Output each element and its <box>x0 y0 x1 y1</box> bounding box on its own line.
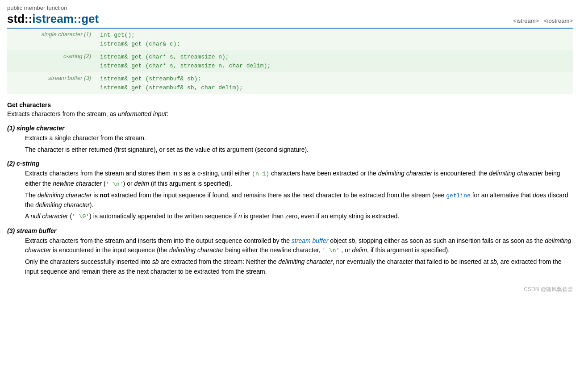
subsection-3: (3) stream buffer Extracts characters fr… <box>7 227 573 277</box>
sig-label-1: single character (1) <box>7 29 96 50</box>
subsection-header-3: (3) stream buffer <box>7 227 573 234</box>
sub2-para3: A null character (' \0') is automaticall… <box>25 212 573 221</box>
sub2-para1: Extracts characters from the stream and … <box>25 169 573 188</box>
signature-table: single character (1) int get(); istream&… <box>7 29 573 94</box>
signature-row-3: stream buffer (3) istream& get (streambu… <box>7 72 573 94</box>
section-title: Get characters <box>7 101 573 108</box>
watermark: CSDN @随风飘扬@ <box>7 286 573 293</box>
header-links: <istream> <iostream> <box>513 17 573 24</box>
sig-code-1: int get(); istream& get (char& c); <box>96 29 573 50</box>
std-prefix: std:: <box>7 12 32 25</box>
subsection-header-1: (1) single character <box>7 125 573 132</box>
stream-buffer-link[interactable]: stream buffer <box>292 237 328 244</box>
sub2-para2: The delimiting character is not extracte… <box>25 191 573 210</box>
subsection-2-label: c-string <box>17 160 39 167</box>
section-intro-text: Extracts characters from the stream, as <box>7 110 118 117</box>
iostream-link[interactable]: <iostream> <box>544 17 573 24</box>
sig-label-2: c-string (2) <box>7 50 96 72</box>
getline-link[interactable]: getline <box>446 192 471 199</box>
istream-link[interactable]: <istream> <box>513 17 539 24</box>
sub3-para2: Only the characters successfully inserte… <box>25 257 573 276</box>
subsection-3-prefix: (3) <box>7 227 17 234</box>
signature-row-2: c-string (2) istream& get (char* s, stre… <box>7 50 573 72</box>
sub3-para1: Extracts characters from the stream and … <box>25 236 573 256</box>
subsection-header-2: (2) c-string <box>7 160 573 167</box>
sub1-para1: Extracts a single character from the str… <box>25 133 573 143</box>
subsection-body-1: Extracts a single character from the str… <box>7 133 573 154</box>
subsection-body-3: Extracts characters from the stream and … <box>7 236 573 277</box>
subsection-1: (1) single character Extracts a single c… <box>7 125 573 154</box>
sig-label-3: stream buffer (3) <box>7 72 96 94</box>
member-type-label: public member function <box>7 4 573 11</box>
subsection-2-prefix: (2) <box>7 160 17 167</box>
subsection-body-2: Extracts characters from the stream and … <box>7 169 573 221</box>
section-intro: Extracts characters from the stream, as … <box>7 110 573 117</box>
section-intro-italic: unformatted input <box>118 110 167 117</box>
subsection-1-label: single character <box>17 125 64 132</box>
sig-code-3: istream& get (streambuf& sb); istream& g… <box>96 72 573 94</box>
subsection-2: (2) c-string Extracts characters from th… <box>7 160 573 221</box>
sig-code-2: istream& get (char* s, streamsize n); is… <box>96 50 573 72</box>
page-title: std::istream::get <box>7 12 99 26</box>
signature-row-1: single character (1) int get(); istream&… <box>7 29 573 50</box>
function-name: istream::get <box>32 12 99 25</box>
title-line: std::istream::get <istream> <iostream> <box>7 12 573 26</box>
subsection-3-label: stream buffer <box>17 227 56 234</box>
sub1-para2: The character is either returned (first … <box>25 145 573 155</box>
section-intro-end: : <box>167 110 168 117</box>
subsection-1-prefix: (1) <box>7 125 17 132</box>
